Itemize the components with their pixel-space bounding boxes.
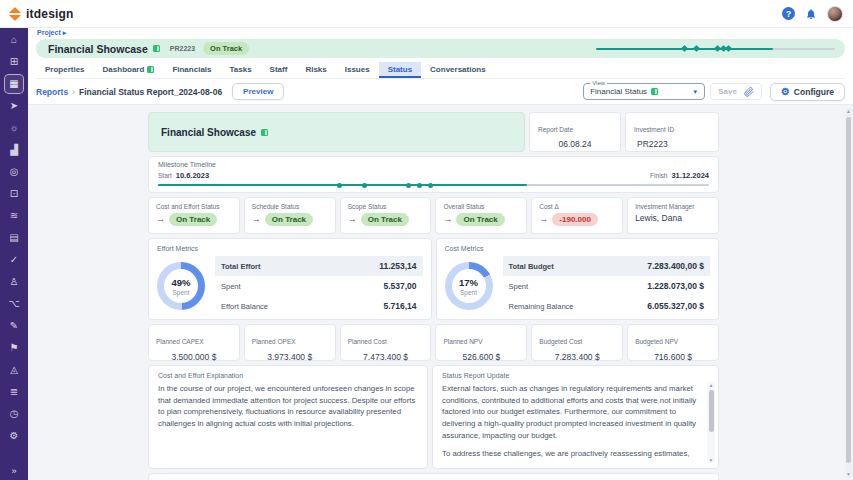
sidebar-item-approvals-icon[interactable]: ✓ [4,250,24,270]
sidebar-item-knowledge-icon[interactable]: ⚑ [4,338,24,358]
sidebar-item-hierarchy-icon[interactable]: ◬ [4,360,24,380]
value-card-label: Planned Cost [348,338,387,345]
milestone-marker [693,45,700,52]
milestone-marker [725,45,732,52]
sidebar-item-organization-icon[interactable]: ⌥ [4,294,24,314]
project-code: PR2223 [170,45,195,52]
sidebar-item-projects-icon[interactable]: ▦ [4,74,24,94]
text-scrollbar[interactable]: ▲ ▼ [707,382,715,463]
sidebar-item-staffing-icon[interactable]: ♙ [4,272,24,292]
tab-conversations[interactable]: Conversations [421,62,495,78]
save-group: Save [710,83,762,100]
text-row: Cost and Effort Explanation In the cours… [148,365,719,469]
status-card-value: On Track [456,213,504,226]
sidebar-item-analytics-icon[interactable]: ≋ [4,206,24,226]
metric-row: Effort Balance5.716,14 [215,296,423,316]
dashboard-report-icon [147,66,154,73]
page-scrollbar[interactable]: ▲ ▼ [845,108,852,478]
project-breadcrumb[interactable]: Project ▸ [37,29,66,37]
metric-row: Total Effort11.253,14 [215,256,423,276]
project-header-banner: Financial Showcase PR2223 On Track [36,39,845,58]
value-card-label: Budgeted Cost [539,338,582,345]
explanation-text: In the course of our project, we encount… [158,383,418,430]
trend-arrow-icon: → [539,215,548,224]
tab-label: Status [388,65,412,74]
metric-label: Total Budget [509,262,554,271]
metric-label: Spent [509,282,529,291]
preview-button[interactable]: Preview [232,83,284,100]
tab-label: Tasks [230,65,252,74]
metric-value: 5.716,14 [383,301,416,311]
scrollbar-thumb[interactable] [846,117,851,463]
tab-dashboard[interactable]: Dashboard [94,62,164,78]
update-title: Status Report Update [442,372,702,379]
update-paragraph-2: To address these challenges, we are proa… [442,448,702,460]
status-report-icon [153,45,160,52]
sidebar-item-ideas-icon[interactable]: ☼ [4,118,24,138]
breadcrumb-reports-link[interactable]: Reports [36,87,68,97]
tab-issues[interactable]: Issues [336,62,379,78]
view-select[interactable]: View Financial Status ▼ [583,83,705,100]
cost-metrics-title: Cost Metrics [445,245,711,252]
sidebar-item-reports-icon[interactable]: ▟ [4,140,24,160]
scroll-up-icon[interactable]: ▲ [707,382,715,388]
trend-arrow-icon: → [348,215,357,224]
sidebar-item-time-icon[interactable]: ◷ [4,404,24,424]
tab-staff[interactable]: Staff [261,62,297,78]
sidebar-item-notes-icon[interactable]: ✎ [4,316,24,336]
notifications-bell-icon[interactable] [805,8,817,20]
attachment-paperclip-icon[interactable] [744,87,754,97]
metric-value: 5.537,00 [383,281,416,291]
status-card: Scope Status→On Track [340,197,432,234]
metric-label: Effort Balance [221,302,268,311]
status-card: Overall Status→On Track [435,197,527,234]
scroll-up-icon[interactable]: ▲ [845,108,852,115]
sidebar-item-administration-icon[interactable]: ⚙ [4,426,24,446]
user-avatar[interactable] [827,6,843,22]
tab-financials[interactable]: Financials [163,62,220,78]
tab-properties[interactable]: Properties [36,62,94,78]
status-card-label: Overall Status [443,203,519,210]
tab-tasks[interactable]: Tasks [221,62,261,78]
cost-spent-label: Spent [460,289,477,296]
sidebar-item-presentations-icon[interactable]: ⊡ [4,184,24,204]
status-report-update-card: Status Report Update External factors, s… [432,365,719,469]
view-select-value: Financial Status [590,87,647,96]
metric-value: 1.228.073,00 $ [647,281,704,291]
sidebar-item-board-icon[interactable]: ▤ [4,228,24,248]
value-card-value: 7.283.400 $ [539,352,615,362]
investment-id-value: PR2223 [634,139,710,149]
scrollbar-thumb[interactable] [709,390,714,432]
report-date-label: Report Date [538,126,573,133]
scroll-down-icon[interactable]: ▼ [845,471,852,478]
save-button[interactable]: Save [718,87,737,96]
configure-button[interactable]: ⚙ Configure [770,83,845,101]
project-title: Financial Showcase [48,43,148,55]
status-card-label: Cost Δ [539,203,615,210]
sidebar-item-home-icon[interactable]: ⌂ [4,30,24,50]
explanation-title: Cost and Effort Explanation [158,372,418,379]
main-area: Project ▸ Financial Showcase PR2223 On T… [28,28,853,480]
status-card: Investment ManagerLewis, Dana [627,197,719,234]
metric-value: 7.283.400,00 $ [647,261,704,271]
tab-risks[interactable]: Risks [296,62,335,78]
sidebar-item-goals-icon[interactable]: ◎ [4,162,24,182]
status-card-label: Schedule Status [252,203,328,210]
status-card: Schedule Status→On Track [244,197,336,234]
status-card-value: -190.000 [552,213,598,226]
chevron-down-icon: ▼ [692,89,698,95]
sidebar-collapse-icon[interactable]: » [0,466,28,476]
help-icon[interactable]: ? [782,7,795,20]
tab-status[interactable]: Status [379,62,421,78]
itdesign-logo: itdesign [10,7,74,21]
sidebar-item-documents-icon[interactable]: ≣ [4,382,24,402]
financial-status-report: Financial Showcase Report Date 06.08.24 … [148,112,719,480]
milestone-timeline-title: Milestone Timeline [158,161,709,168]
sidebar-item-apps-grid-icon[interactable]: ⊞ [4,52,24,72]
sidebar-item-initiatives-icon[interactable]: ➤ [4,96,24,116]
scroll-down-icon[interactable]: ▼ [707,457,715,463]
tab-label: Conversations [430,65,486,74]
next-section-card [148,473,719,480]
effort-metrics-title: Effort Metrics [157,245,423,252]
value-card-label: Budgeted NPV [635,338,678,345]
